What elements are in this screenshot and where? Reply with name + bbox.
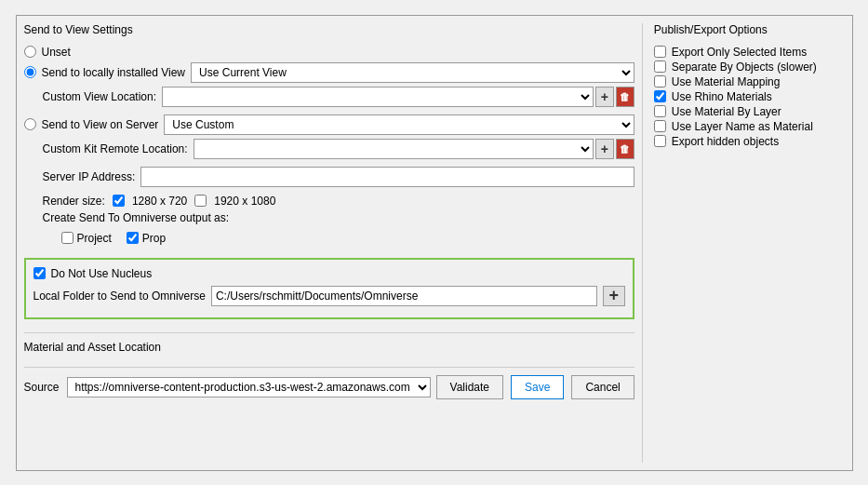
right-option-label-0: Export Only Selected Items: [672, 46, 807, 59]
create-output-row: Create Send To Omniverse output as:: [43, 211, 634, 224]
output-type-row: Project Prop: [61, 232, 634, 245]
custom-kit-combo: + 🗑: [194, 139, 634, 159]
validate-btn[interactable]: Validate: [436, 375, 503, 399]
custom-kit-select[interactable]: [194, 139, 594, 159]
prop-checkbox[interactable]: [127, 232, 139, 244]
right-option-label-3: Use Rhino Materials: [672, 90, 772, 103]
source-label: Source: [24, 381, 60, 394]
no-nucleus-row: Do Not Use Nucleus: [33, 267, 625, 280]
right-option-checkbox-0[interactable]: [654, 46, 666, 58]
right-option-row: Use Rhino Materials: [654, 90, 845, 103]
right-option-row: Use Layer Name as Material: [654, 120, 845, 133]
render-size-row: Render size: 1280 x 720 1920 x 1080: [43, 195, 634, 208]
material-section-title: Material and Asset Location: [24, 341, 634, 354]
right-option-checkbox-4[interactable]: [654, 105, 666, 117]
custom-kit-delete-btn[interactable]: 🗑: [616, 139, 634, 159]
right-option-label-1: Separate By Objects (slower): [672, 61, 817, 74]
send-local-row: Send to locally installed View Use Curre…: [24, 62, 634, 83]
cancel-btn[interactable]: Cancel: [571, 375, 634, 399]
right-option-row: Use Material By Layer: [654, 105, 845, 118]
custom-kit-label: Custom Kit Remote Location:: [43, 142, 188, 155]
custom-view-row: Custom View Location: + 🗑: [43, 87, 634, 107]
right-option-checkbox-6[interactable]: [654, 135, 666, 147]
right-option-checkbox-2[interactable]: [654, 75, 666, 88]
right-option-checkbox-5[interactable]: [654, 120, 666, 132]
no-nucleus-label: Do Not Use Nucleus: [51, 267, 153, 280]
render-size-label: Render size:: [43, 195, 105, 208]
main-dialog: Send to View Settings Unset Send to loca…: [16, 15, 853, 471]
render-1280-label: 1280 x 720: [132, 195, 187, 208]
right-panel: Publish/Export Options Export Only Selec…: [642, 23, 845, 463]
render-1920-label: 1920 x 1080: [214, 195, 275, 208]
source-row: https://omniverse-content-production.s3-…: [67, 375, 503, 399]
local-folder-label: Local Folder to Send to Omniverse: [33, 290, 206, 303]
right-options-list: Export Only Selected ItemsSeparate By Ob…: [654, 46, 845, 150]
render-1920-checkbox[interactable]: [194, 195, 207, 207]
server-ip-input[interactable]: [140, 167, 634, 187]
custom-view-label: Custom View Location:: [43, 90, 157, 103]
prop-label: Prop: [142, 232, 166, 245]
send-server-label: Send to View on Server: [42, 118, 159, 131]
project-checkbox[interactable]: [61, 232, 73, 244]
local-folder-add-btn[interactable]: +: [603, 286, 625, 306]
server-ip-label: Server IP Address:: [43, 170, 136, 183]
custom-view-add-btn[interactable]: +: [595, 87, 614, 107]
nucleus-section: Do Not Use Nucleus Local Folder to Send …: [24, 258, 634, 319]
save-btn[interactable]: Save: [511, 375, 564, 399]
send-local-label: Send to locally installed View: [42, 66, 186, 79]
right-option-row: Export Only Selected Items: [654, 46, 845, 59]
send-local-dropdown[interactable]: Use Current View: [191, 62, 634, 83]
left-section-title: Send to View Settings: [24, 23, 634, 36]
create-output-label: Create Send To Omniverse output as:: [43, 211, 230, 224]
send-server-row: Send to View on Server Use Custom: [24, 115, 634, 135]
material-divider: [24, 332, 634, 333]
right-option-row: Export hidden objects: [654, 135, 845, 148]
right-option-label-6: Export hidden objects: [672, 135, 779, 148]
custom-view-delete-btn[interactable]: 🗑: [616, 87, 634, 107]
right-option-label-2: Use Material Mapping: [672, 75, 781, 88]
right-panel-title: Publish/Export Options: [654, 23, 845, 36]
send-local-radio[interactable]: [24, 66, 36, 78]
unset-radio[interactable]: [24, 46, 36, 58]
right-option-row: Separate By Objects (slower): [654, 61, 845, 74]
left-panel: Send to View Settings Unset Send to loca…: [24, 23, 634, 463]
custom-view-combo: + 🗑: [162, 87, 634, 107]
custom-view-select[interactable]: [162, 87, 594, 107]
render-1280-checkbox[interactable]: [113, 195, 125, 207]
custom-kit-add-btn[interactable]: +: [595, 139, 614, 159]
unset-row: Unset: [24, 46, 634, 59]
server-ip-row: Server IP Address:: [43, 167, 634, 187]
right-option-row: Use Material Mapping: [654, 75, 845, 88]
bottom-bar: Source https://omniverse-content-product…: [24, 367, 634, 399]
no-nucleus-checkbox[interactable]: [33, 267, 46, 279]
right-option-checkbox-3[interactable]: [654, 90, 666, 102]
right-option-label-5: Use Layer Name as Material: [672, 120, 813, 133]
right-option-checkbox-1[interactable]: [654, 61, 666, 73]
custom-kit-row: Custom Kit Remote Location: + 🗑: [43, 139, 634, 159]
right-option-label-4: Use Material By Layer: [672, 105, 781, 118]
local-folder-input[interactable]: [211, 286, 597, 306]
project-label: Project: [77, 232, 112, 245]
local-folder-row: Local Folder to Send to Omniverse +: [33, 286, 625, 306]
send-server-dropdown[interactable]: Use Custom: [164, 115, 634, 135]
source-select[interactable]: https://omniverse-content-production.s3-…: [67, 377, 431, 397]
send-server-radio[interactable]: [24, 118, 36, 130]
dialog-body: Send to View Settings Unset Send to loca…: [24, 23, 845, 463]
unset-label: Unset: [42, 46, 71, 59]
